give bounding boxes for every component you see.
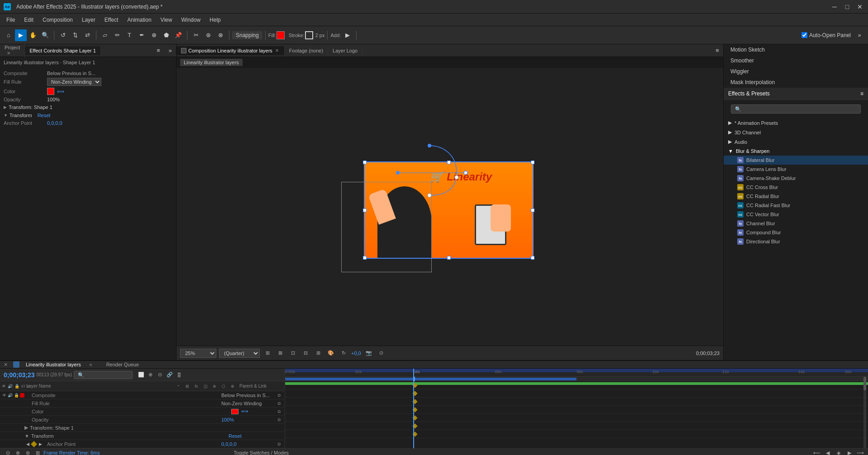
tl-navigate-right[interactable]: ▶ [845, 449, 854, 455]
transform2-tool[interactable]: ⇄ [81, 29, 93, 41]
stroke-color-swatch[interactable] [305, 31, 313, 39]
rectangle-tool[interactable]: ▱ [99, 29, 111, 41]
comp-tab-close-0[interactable]: ✕ [274, 48, 280, 53]
snapshot-btn[interactable]: 📷 [364, 348, 374, 358]
menu-edit[interactable]: Edit [19, 15, 38, 25]
tl-bottom-icon-2[interactable]: ⊕ [14, 449, 22, 455]
misc-tool-2[interactable]: ⊛ [202, 29, 214, 41]
snapping-button[interactable]: Snapping [232, 31, 262, 39]
misc-tool-1[interactable]: ✂ [190, 29, 202, 41]
timeline-tab-render[interactable]: Render Queue [104, 361, 142, 368]
anchor-keyframe-nav-left[interactable]: ◀ [24, 442, 31, 446]
menu-help[interactable]: Help [205, 15, 225, 25]
pin-tool[interactable]: 📌 [172, 29, 184, 41]
color-prop-swatch[interactable] [231, 409, 238, 414]
row-icon-aud[interactable]: 🔊 [8, 392, 13, 398]
hand-tool[interactable]: ✋ [27, 29, 39, 41]
timeline-close[interactable]: ✕ [4, 362, 8, 368]
transform-tool[interactable]: ⇅ [69, 29, 81, 41]
effects-search-input[interactable] [731, 104, 861, 114]
rotate-tool[interactable]: ↺ [57, 29, 69, 41]
fill-color-swatch[interactable] [277, 31, 285, 39]
tl-navigate-start[interactable]: ⟵ [813, 449, 821, 455]
tl-marker[interactable]: ◈ [835, 449, 843, 455]
region-btn[interactable]: ⊙ [377, 348, 386, 358]
viewer-btn-2[interactable]: ⊠ [275, 348, 285, 358]
panel-tab-project-close[interactable]: ✕ [5, 50, 12, 57]
tl-navigate-end[interactable]: ⟶ [856, 449, 864, 455]
cc-radial-fast-blur-item[interactable]: cc CC Radial Fast Blur [724, 201, 868, 210]
tl-navigate-left[interactable]: ◀ [824, 449, 832, 455]
viewer-btn-4[interactable]: ⊟ [300, 348, 310, 358]
comp-breadcrumb-button[interactable]: Linearity illustrator layers [180, 59, 243, 66]
misc-tool-3[interactable]: ⊗ [215, 29, 226, 41]
transform-header[interactable]: ▼ Transform Reset [2, 111, 174, 119]
timeline-search[interactable] [74, 371, 133, 379]
comp-panel-menu[interactable]: ≡ [711, 45, 723, 57]
color-picker-btn[interactable]: 🎨 [326, 348, 336, 358]
comp-tab-linearity[interactable]: Composition Linearity illustrator layers… [176, 46, 285, 55]
work-area-range[interactable] [285, 378, 577, 380]
expand-toolbar-button[interactable]: » [854, 29, 865, 41]
viewer-btn-1[interactable]: ⊞ [262, 348, 272, 358]
auto-open-panel-label[interactable]: Auto-Open Panel [801, 32, 851, 38]
timeline-timecode[interactable]: 0;00;03;23 [4, 371, 35, 379]
puppet-tool[interactable]: ⬟ [160, 29, 172, 41]
fill-rule-select[interactable]: Non-Zero Winding Even-Odd [47, 78, 101, 86]
audio-category[interactable]: ▶ Audio [724, 137, 868, 147]
refresh-btn[interactable]: ↻ [339, 348, 348, 358]
scrollbar-thumb[interactable] [863, 377, 866, 390]
directional-blur-item[interactable]: fx Directional Blur [724, 237, 868, 246]
menu-file[interactable]: File [2, 15, 19, 25]
timeline-scrollbar[interactable] [863, 377, 866, 448]
clone-tool[interactable]: ⊕ [148, 29, 160, 41]
composite-keyframe-icon[interactable]: ⊙ [276, 393, 283, 398]
home-button[interactable]: ⌂ [3, 29, 14, 41]
select-tool[interactable]: ▶ [15, 29, 27, 41]
blur-sharpen-category[interactable]: ▼ Blur & Sharpen [724, 147, 868, 156]
camera-shake-deblur-item[interactable]: fx Camera-Shake Deblur [724, 174, 868, 183]
tl-bottom-icon-1[interactable]: ⊙ [4, 449, 12, 455]
panel-tab-effect-controls[interactable]: Effect Controls Shape Layer 1 [25, 46, 101, 55]
transform-shape-header[interactable]: ▶ Transform: Shape 1 [2, 103, 174, 111]
zoom-tool[interactable]: 🔍 [39, 29, 51, 41]
timeline-tab-comp[interactable]: Linearity illustrator layers [23, 361, 84, 368]
menu-view[interactable]: View [156, 15, 177, 25]
row-icon-lk[interactable]: 🔒 [14, 392, 19, 398]
transform-reset-value[interactable]: Reset [229, 433, 283, 439]
comp-tab-layer-logo[interactable]: Layer Logo [328, 46, 362, 55]
menu-effect[interactable]: Effect [100, 15, 123, 25]
viewer-btn-5[interactable]: ⊞ [313, 348, 323, 358]
opacity-keyframe-icon[interactable]: ⊙ [276, 417, 283, 422]
composition-viewer[interactable]: 🛒 Linearity [176, 68, 723, 346]
tl-bottom-icon-3[interactable]: ⊛ [24, 449, 32, 455]
close-button[interactable]: ✕ [855, 2, 864, 11]
cc-vector-blur-item[interactable]: cc CC Vector Blur [724, 210, 868, 219]
bilateral-blur-item[interactable]: fx Bilateral Blur [724, 156, 868, 165]
zoom-select[interactable]: 25% 50% 100% [180, 349, 216, 358]
menu-animation[interactable]: Animation [123, 15, 156, 25]
color-link-icon[interactable]: ⟺ [241, 408, 248, 414]
quality-select[interactable]: (Quarter) (Half) (Full) [219, 349, 260, 358]
motion-sketch-item[interactable]: Motion Sketch [724, 44, 868, 55]
anchor-keyframe-nav-right[interactable]: ▶ [37, 442, 43, 446]
text-tool[interactable]: T [124, 29, 135, 41]
pen-tool[interactable]: ✏ [111, 29, 123, 41]
camera-lens-blur-item[interactable]: fx Camera Lens Blur [724, 165, 868, 174]
minimize-button[interactable]: ─ [830, 2, 839, 11]
color-keyframe-icon[interactable]: ⊙ [276, 409, 283, 414]
tl-icon-2[interactable]: ⊕ [147, 371, 155, 379]
channel-blur-item[interactable]: fx Channel Blur [724, 219, 868, 228]
menu-composition[interactable]: Composition [38, 15, 77, 25]
effects-presets-header[interactable]: Effects & Presets ≡ [724, 88, 868, 100]
timeline-menu[interactable]: ≡ [87, 361, 95, 368]
auto-open-panel-checkbox[interactable] [801, 32, 807, 38]
panel-expand-button[interactable]: » [164, 45, 176, 57]
menu-window[interactable]: Window [176, 15, 205, 25]
color-swatch[interactable] [47, 88, 54, 95]
play-button[interactable]: ▶ [342, 29, 353, 41]
cc-cross-blur-item[interactable]: cc CC Cross Blur [724, 183, 868, 192]
menu-layer[interactable]: Layer [77, 15, 100, 25]
panel-tab-project[interactable]: Project ✕ [0, 43, 25, 58]
tl-icon-3[interactable]: ⊙ [156, 371, 164, 379]
